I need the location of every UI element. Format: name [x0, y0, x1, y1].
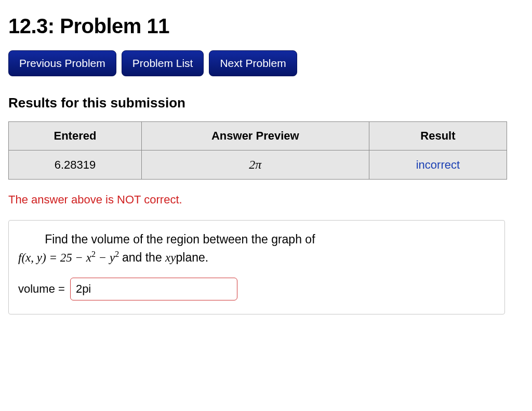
preview-math: 2π — [249, 158, 261, 171]
problem-tail: and the — [122, 251, 165, 264]
answer-row: volume = — [18, 278, 495, 300]
volume-input[interactable] — [70, 278, 237, 300]
func-minus-y: − y — [96, 251, 115, 264]
problem-intro: Find the volume of the region between th… — [45, 232, 315, 246]
next-problem-button[interactable]: Next Problem — [209, 50, 297, 76]
cell-result: incorrect — [369, 150, 507, 180]
problem-box: Find the volume of the region between th… — [8, 220, 505, 314]
func-sq2: 2 — [115, 250, 119, 258]
plane-text: plane. — [176, 251, 209, 264]
results-heading: Results for this submission — [8, 95, 524, 111]
problem-statement: Find the volume of the region between th… — [18, 231, 495, 266]
problem-list-button[interactable]: Problem List — [122, 50, 204, 76]
problem-function: f(x, y) = 25 − x2 − y2 — [18, 251, 122, 264]
func-sq1: 2 — [91, 250, 96, 258]
header-entered: Entered — [9, 122, 142, 150]
answer-label: volume = — [18, 282, 65, 296]
table-row: 6.28319 2π incorrect — [9, 150, 507, 180]
cell-preview: 2π — [141, 150, 369, 180]
results-table: Entered Answer Preview Result 6.28319 2π… — [8, 121, 507, 180]
page-title: 12.3: Problem 11 — [8, 15, 524, 38]
func-lhs: f(x, y) = 25 − x — [18, 251, 91, 264]
cell-entered: 6.28319 — [9, 150, 142, 180]
feedback-message: The answer above is NOT correct. — [8, 193, 524, 207]
previous-problem-button[interactable]: Previous Problem — [8, 50, 116, 76]
header-preview: Answer Preview — [141, 122, 369, 150]
header-result: Result — [369, 122, 507, 150]
problem-nav: Previous Problem Problem List Next Probl… — [8, 50, 524, 76]
xy-text: xy — [165, 251, 176, 264]
